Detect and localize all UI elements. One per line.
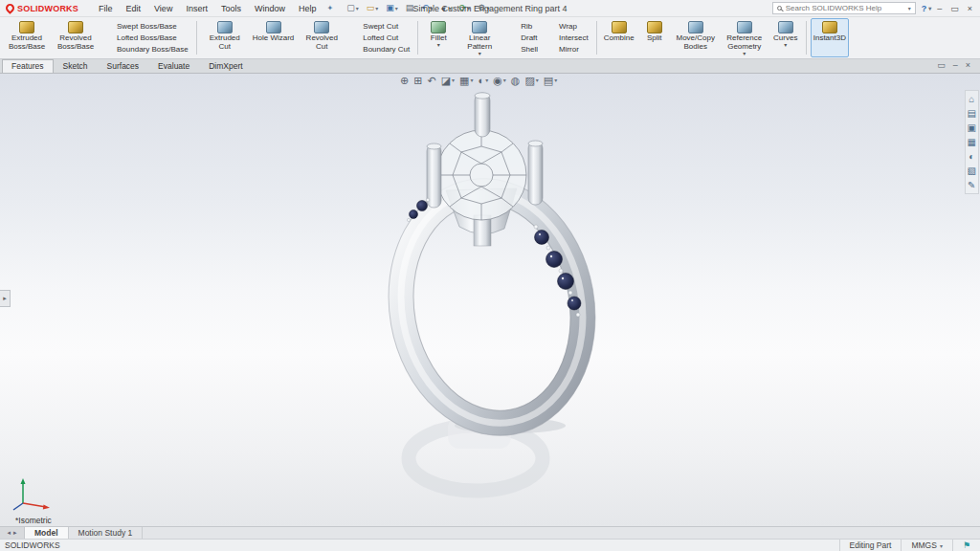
feature-tree-flyout-tab[interactable]: ▸ [0, 290, 11, 307]
pin-menu-icon[interactable]: ✦ [323, 2, 337, 15]
home-icon[interactable]: ⌂ [969, 94, 974, 104]
rib-draft-shell-stack: Rib Draft Shell [504, 18, 542, 57]
minimize-button[interactable]: – [937, 4, 942, 13]
close-button[interactable]: × [968, 4, 972, 13]
hide-show-items-icon[interactable]: ◉▾ [493, 75, 506, 87]
instant3d-button[interactable]: Instant3D [811, 18, 849, 57]
combine-button[interactable]: Combine [601, 18, 637, 57]
tab-dimxpert[interactable]: DimXpert [199, 59, 252, 73]
document-title: Simple Custom Engagement Ring part 4 [412, 4, 567, 13]
apply-scene-icon[interactable]: ▨▾ [524, 75, 538, 87]
menu-insert[interactable]: Insert [179, 2, 214, 15]
dassault-swirl-icon [4, 2, 16, 14]
ribbon-button-label: Revolved Boss/Base [55, 34, 97, 52]
menu-edit[interactable]: Edit [120, 2, 148, 15]
curves-caret-icon[interactable]: ▾ [784, 43, 787, 48]
menu-tools[interactable]: Tools [214, 2, 248, 15]
task-pane: ⌂ ▤ ▣ ▦ ◐ ▧ ✎ [965, 90, 979, 194]
new-file-icon: ▢ [346, 4, 355, 12]
reference-geometry-caret-icon[interactable]: ▾ [743, 52, 746, 56]
wrap-button[interactable]: Wrap [545, 20, 590, 32]
tags-button[interactable]: ⚑ [952, 540, 980, 551]
custom-properties-icon[interactable]: ▧ [968, 165, 976, 176]
search-input[interactable]: Search SOLIDWORKS Help ▾ [772, 2, 916, 14]
lofted-cut-button[interactable]: Lofted Cut [348, 32, 412, 43]
linear-pattern-caret-icon[interactable]: ▾ [479, 52, 481, 56]
swept-boss-button[interactable]: Swept Boss/Base [102, 20, 190, 32]
tab-surfaces[interactable]: Surfaces [98, 59, 149, 73]
tab-motion-study[interactable]: Motion Study 1 [69, 527, 144, 539]
revolved-cut-button[interactable]: Revolved Cut [298, 18, 345, 57]
ribbon-button-label: Hole Wizard [253, 34, 295, 43]
lofted-cut-icon [350, 33, 360, 42]
solidworks-resources-icon[interactable]: ✎ [968, 180, 975, 190]
ribbon-button-label: Revolved Cut [301, 34, 343, 52]
draft-button[interactable]: Draft [506, 32, 540, 43]
search-placeholder: Search SOLIDWORKS Help [786, 4, 904, 12]
curves-button[interactable]: Curves ▾ [769, 18, 802, 57]
appearances-scenes-icon[interactable]: ◐ [969, 151, 974, 162]
doc-minimize-button[interactable]: – [953, 60, 958, 70]
search-caret-icon[interactable]: ▾ [908, 5, 911, 11]
solidworks-window: SOLIDWORKS File Edit View Insert Tools W… [0, 0, 980, 551]
help-button[interactable]: ?▾ [922, 4, 932, 13]
status-message: SOLIDWORKS [5, 540, 60, 550]
linear-pattern-button[interactable]: Linear Pattern ▾ [456, 18, 503, 57]
fillet-caret-icon[interactable]: ▾ [437, 43, 440, 48]
titlebar: SOLIDWORKS File Edit View Insert Tools W… [0, 0, 980, 17]
lofted-boss-button[interactable]: Lofted Boss/Base [102, 32, 190, 43]
split-button[interactable]: Split [638, 18, 671, 57]
menu-help[interactable]: Help [292, 2, 323, 15]
file-explorer-icon[interactable]: ▣ [968, 122, 976, 133]
design-library-icon[interactable]: ▤ [968, 108, 976, 119]
move-copy-bodies-button[interactable]: Move/Copy Bodies [672, 18, 720, 57]
extruded-boss-button[interactable]: Extruded Boss/Base [3, 18, 51, 57]
ribbon-separator [806, 21, 807, 55]
view-settings-icon[interactable]: ▤▾ [544, 75, 557, 87]
tab-scroll-left-icon: ◂ [7, 529, 11, 537]
display-style-icon[interactable]: ◐▾ [479, 75, 489, 87]
open-file-button[interactable]: ▭▾ [365, 3, 381, 13]
extruded-cut-button[interactable]: Extruded Cut [201, 18, 249, 57]
tab-evaluate[interactable]: Evaluate [148, 59, 199, 73]
zoom-area-icon[interactable]: ⊞ [413, 75, 422, 87]
fillet-button[interactable]: Fillet ▾ [422, 18, 455, 57]
tab-features[interactable]: Features [2, 59, 54, 73]
doc-restore-button[interactable]: ▭ [937, 60, 946, 70]
tab-sketch[interactable]: Sketch [54, 59, 98, 73]
doc-close-button[interactable]: × [966, 60, 970, 70]
wrap-icon [546, 22, 556, 31]
shell-button[interactable]: Shell [506, 44, 540, 55]
revolved-boss-icon [68, 21, 83, 33]
mirror-button[interactable]: Mirror [545, 44, 590, 55]
swept-cut-button[interactable]: Swept Cut [348, 20, 412, 32]
ring-model-3d-view[interactable] [0, 74, 980, 526]
orientation-triad [11, 474, 54, 513]
menu-window[interactable]: Window [248, 2, 292, 15]
restore-button[interactable]: ▭ [950, 4, 959, 13]
boundary-cut-button[interactable]: Boundary Cut [348, 44, 412, 55]
intersect-button[interactable]: Intersect [545, 32, 590, 43]
graphics-area[interactable]: ⊕ ⊞ ↶ ◪▾ ▦▾ ◐▾ ◉▾ ◍ ▨▾ ▤▾ ⌂ ▤ ▣ ▦ ◐ ▧ ✎ … [0, 74, 980, 526]
section-view-icon[interactable]: ◪▾ [441, 75, 455, 87]
reference-geometry-button[interactable]: Reference Geometry ▾ [721, 18, 768, 57]
new-file-button[interactable]: ▢▾ [345, 3, 361, 13]
hole-wizard-button[interactable]: Hole Wizard [250, 18, 298, 57]
edit-appearance-icon[interactable]: ◍ [511, 75, 521, 87]
view-palette-icon[interactable]: ▦ [968, 137, 976, 147]
view-orientation-icon[interactable]: ▦▾ [459, 75, 473, 87]
tab-model[interactable]: Model [25, 527, 69, 539]
save-button[interactable]: ▣▾ [384, 3, 400, 13]
menu-file[interactable]: File [92, 2, 120, 15]
units-selector[interactable]: MMGS▾ [901, 540, 951, 551]
boundary-boss-button[interactable]: Boundary Boss/Base [102, 44, 190, 55]
units-caret-icon: ▾ [940, 542, 943, 549]
previous-view-icon[interactable]: ↶ [427, 75, 435, 87]
boundary-boss-icon [104, 45, 114, 54]
zoom-fit-icon[interactable]: ⊕ [400, 75, 409, 87]
rib-button[interactable]: Rib [506, 20, 540, 32]
revolved-boss-button[interactable]: Revolved Boss/Base [52, 18, 100, 57]
tab-scroll-buttons[interactable]: ◂ ▸ [0, 527, 25, 539]
combine-icon [612, 21, 627, 33]
menu-view[interactable]: View [147, 2, 179, 15]
